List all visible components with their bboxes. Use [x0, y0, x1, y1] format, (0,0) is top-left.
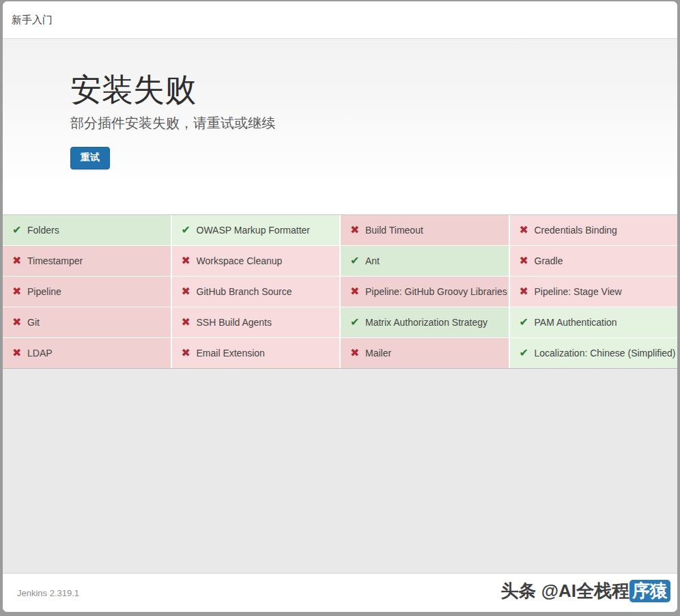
plugin-name: Git: [27, 317, 40, 328]
plugin-name: Ant: [365, 255, 380, 266]
plugin-name: Gradle: [535, 255, 563, 266]
cross-icon: ✖: [520, 255, 535, 266]
watermark-prefix: 头条 @AI全栈程: [500, 580, 629, 601]
plugin-cell: ✔OWASP Markup Formatter: [172, 215, 340, 245]
cross-icon: ✖: [12, 348, 27, 359]
cross-icon: ✖: [350, 225, 365, 236]
plugin-cell: ✖GitHub Branch Source: [172, 277, 340, 307]
cross-icon: ✖: [182, 286, 197, 297]
cross-icon: ✖: [12, 286, 27, 297]
plugin-cell: ✖SSH Build Agents: [172, 307, 340, 337]
cross-icon: ✖: [350, 348, 365, 359]
plugin-cell: ✖Gradle: [510, 246, 678, 276]
page-title: 安装失败: [70, 72, 677, 108]
plugin-cell: ✖Pipeline: Stage View: [510, 277, 678, 307]
plugin-name: Mailer: [365, 348, 391, 359]
page-subtitle: 部分插件安装失败，请重试或继续: [70, 114, 677, 132]
check-icon: ✔: [520, 348, 535, 359]
wizard-titlebar: 新手入门: [3, 1, 677, 39]
plugin-name: Credentials Binding: [535, 225, 617, 236]
check-icon: ✔: [520, 317, 535, 328]
footer-bar: Jenkins 2.319.1 头条 @AI全栈程序猿: [3, 573, 677, 612]
plugin-cell: ✔Matrix Authorization Strategy: [341, 307, 509, 337]
plugin-name: Timestamper: [27, 255, 83, 266]
cross-icon: ✖: [182, 255, 197, 266]
plugin-cell: ✖Pipeline: GitHub Groovy Libraries: [341, 277, 509, 307]
plugin-cell: ✔Ant: [341, 246, 509, 276]
plugin-cell: ✖LDAP: [3, 338, 171, 368]
plugin-cell: ✔Folders: [3, 215, 171, 245]
plugin-cell: ✔PAM Authentication: [510, 307, 678, 337]
plugin-cell: ✖Timestamper: [3, 246, 171, 276]
plugin-name: Build Timeout: [365, 225, 423, 236]
plugin-cell: ✖Mailer: [341, 338, 509, 368]
plugin-name: OWASP Markup Formatter: [197, 225, 310, 236]
plugin-cell: ✖Workspace Cleanup: [172, 246, 340, 276]
retry-button[interactable]: 重试: [70, 147, 110, 169]
check-icon: ✔: [350, 255, 365, 266]
plugin-name: Matrix Authorization Strategy: [365, 317, 487, 328]
plugin-name: Folders: [27, 225, 59, 236]
check-icon: ✔: [350, 317, 365, 328]
watermark: 头条 @AI全栈程序猿: [500, 579, 670, 603]
plugin-name: Pipeline: [27, 286, 61, 297]
plugin-cell: ✖Build Timeout: [341, 215, 509, 245]
cross-icon: ✖: [520, 225, 535, 236]
cross-icon: ✖: [350, 286, 365, 297]
check-icon: ✔: [12, 225, 27, 236]
plugin-name: Pipeline: GitHub Groovy Libraries: [365, 286, 507, 297]
plugin-cell: ✖Git: [3, 307, 171, 337]
watermark-highlight: 序猿: [629, 580, 670, 602]
plugin-name: PAM Authentication: [535, 317, 617, 328]
cross-icon: ✖: [12, 317, 27, 328]
plugin-name: SSH Build Agents: [197, 317, 272, 328]
plugin-name: Email Extension: [197, 348, 265, 359]
plugin-grid: ✔Folders✔OWASP Markup Formatter✖Build Ti…: [3, 214, 677, 369]
plugin-cell: ✖Email Extension: [172, 338, 340, 368]
wizard-title: 新手入门: [12, 14, 53, 27]
plugin-name: Workspace Cleanup: [197, 255, 283, 266]
plugin-cell: ✖Pipeline: [3, 277, 171, 307]
setup-wizard-window: 新手入门 安装失败 部分插件安装失败，请重试或继续 重试 ✔Folders✔OW…: [3, 1, 677, 612]
empty-area: [3, 369, 677, 573]
plugin-name: Pipeline: Stage View: [535, 286, 622, 297]
plugin-name: Localization: Chinese (Simplified): [535, 348, 676, 359]
plugin-cell: ✔Localization: Chinese (Simplified): [510, 338, 678, 368]
plugin-name: GitHub Branch Source: [197, 286, 292, 297]
plugin-name: LDAP: [27, 348, 53, 359]
cross-icon: ✖: [182, 348, 197, 359]
plugin-cell: ✖Credentials Binding: [510, 215, 678, 245]
check-icon: ✔: [182, 225, 197, 236]
cross-icon: ✖: [12, 255, 27, 266]
jenkins-version: Jenkins 2.319.1: [17, 588, 79, 598]
install-failed-panel: 安装失败 部分插件安装失败，请重试或继续 重试: [3, 39, 677, 214]
cross-icon: ✖: [182, 317, 197, 328]
cross-icon: ✖: [520, 286, 535, 297]
